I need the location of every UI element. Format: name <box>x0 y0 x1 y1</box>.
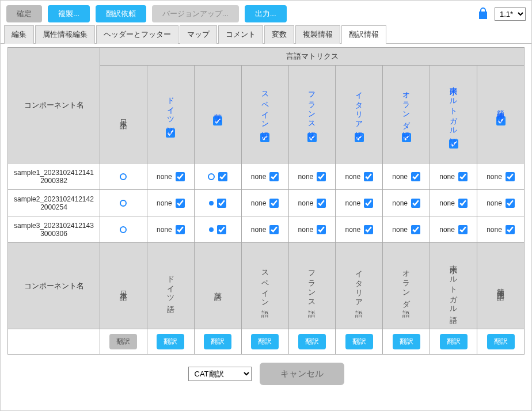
status-none-text: none <box>157 199 172 207</box>
lang-footer-7: 南米ポルトガル語 <box>430 243 477 329</box>
cell-checkbox[interactable] <box>269 225 279 234</box>
tab-1[interactable]: 属性情報編集 <box>35 25 95 44</box>
lang-header-8: 簡体中国語 <box>477 66 525 163</box>
status-none-text: none <box>345 226 360 234</box>
status-open-icon <box>120 200 127 207</box>
translate-column-button-3[interactable]: 翻訳 <box>251 334 279 349</box>
tab-3[interactable]: マップ <box>180 25 217 44</box>
lang-header-checkbox-6[interactable] <box>402 133 411 142</box>
status-none-text: none <box>251 173 267 181</box>
status-none-text: none <box>345 173 360 181</box>
status-none-text: none <box>157 173 172 181</box>
translate-column-button-6[interactable]: 翻訳 <box>393 334 420 349</box>
cell-checkbox[interactable] <box>411 172 420 181</box>
translate-column-button-1[interactable]: 翻訳 <box>157 334 184 349</box>
translate-request-button[interactable]: 翻訳依頼 <box>96 5 146 22</box>
lang-header-checkbox-5[interactable] <box>355 133 364 142</box>
lang-header-checkbox-4[interactable] <box>307 133 317 142</box>
translate-column-button-8[interactable]: 翻訳 <box>487 334 515 349</box>
cell-checkbox[interactable] <box>217 199 226 208</box>
component-name-cell: sample2_20231024121422000254 <box>8 190 100 216</box>
lang-header-1: ドイツ語 <box>147 66 194 163</box>
status-none-text: none <box>298 173 314 181</box>
version-up-button: バージョンアップ... <box>152 5 239 22</box>
matrix-cell: none <box>383 163 430 190</box>
tab-4[interactable]: コメント <box>218 25 263 44</box>
cancel-button[interactable]: キャンセル <box>260 363 344 385</box>
lang-label: フランス語 <box>307 86 317 127</box>
cell-checkbox[interactable] <box>411 225 420 234</box>
lang-footer-0: 日本語 <box>100 243 147 329</box>
lang-header-5: イタリア語 <box>336 66 383 163</box>
cell-checkbox[interactable] <box>364 199 373 208</box>
translation-method-select[interactable]: CAT翻訳 <box>188 367 252 381</box>
cell-checkbox[interactable] <box>317 199 326 208</box>
matrix-cell: none <box>288 216 336 243</box>
matrix-cell: none <box>383 216 430 243</box>
cell-checkbox[interactable] <box>506 172 515 181</box>
lang-header-4: フランス語 <box>288 66 336 163</box>
status-open-icon <box>120 173 127 180</box>
duplicate-button[interactable]: 複製... <box>48 5 90 22</box>
translate-column-button-2[interactable]: 翻訳 <box>204 334 231 349</box>
status-open-icon <box>208 173 215 180</box>
cell-checkbox[interactable] <box>506 199 515 208</box>
cell-checkbox[interactable] <box>458 199 468 208</box>
lang-header-checkbox-3[interactable] <box>260 133 269 142</box>
version-select[interactable]: 1.1* <box>495 7 526 21</box>
lang-header-checkbox-2[interactable] <box>213 116 222 125</box>
cell-checkbox[interactable] <box>217 225 226 234</box>
lang-header-checkbox-8[interactable] <box>496 116 506 125</box>
lang-header-checkbox-1[interactable] <box>166 128 175 138</box>
cell-checkbox[interactable] <box>176 172 185 181</box>
cell-checkbox[interactable] <box>269 172 279 181</box>
cell-checkbox[interactable] <box>411 199 420 208</box>
lang-label: オランダ語 <box>401 86 412 127</box>
confirm-button[interactable]: 確定 <box>6 5 42 22</box>
cell-checkbox[interactable] <box>176 199 185 208</box>
cell-checkbox[interactable] <box>458 172 468 181</box>
status-none-text: none <box>439 199 455 207</box>
lang-label: 英語 <box>212 108 223 110</box>
matrix-cell <box>194 190 241 216</box>
export-button[interactable]: 出力... <box>245 5 287 22</box>
lang-label: スペイン語 <box>260 86 270 127</box>
lang-label: イタリア語 <box>354 86 364 127</box>
cell-checkbox[interactable] <box>364 172 373 181</box>
translate-column-button-0: 翻訳 <box>109 334 137 349</box>
tab-7[interactable]: 翻訳情報 <box>341 25 386 44</box>
component-name-cell: sample1_20231024121412000382 <box>8 163 100 190</box>
tab-6[interactable]: 複製情報 <box>295 25 340 44</box>
translate-column-button-5[interactable]: 翻訳 <box>345 334 373 349</box>
tab-0[interactable]: 編集 <box>4 25 34 44</box>
cell-checkbox[interactable] <box>317 172 326 181</box>
cell-checkbox[interactable] <box>317 225 326 234</box>
status-none-text: none <box>392 226 408 234</box>
cell-checkbox[interactable] <box>364 225 373 234</box>
status-none-text: none <box>487 226 502 234</box>
status-none-text: none <box>439 173 455 181</box>
lang-header-7: 南米ポルトガル語 <box>430 66 477 163</box>
lang-header-6: オランダ語 <box>383 66 430 163</box>
lang-header-0: 日本語 <box>100 66 147 163</box>
matrix-cell: none <box>336 216 383 243</box>
lang-label: 南米ポルトガル語 <box>449 81 459 133</box>
lang-footer-8: 簡体中国語 <box>477 243 525 329</box>
tab-5[interactable]: 変数 <box>264 25 294 44</box>
status-none-text: none <box>345 199 360 207</box>
matrix-cell: none <box>241 216 288 243</box>
cell-checkbox[interactable] <box>458 225 468 234</box>
lang-footer-3: スペイン語 <box>241 243 288 329</box>
tab-2[interactable]: ヘッダーとフッター <box>96 25 178 44</box>
cell-checkbox[interactable] <box>218 172 227 181</box>
cell-checkbox[interactable] <box>506 225 515 234</box>
lang-header-2: 英語 <box>194 66 241 163</box>
translate-column-button-7[interactable]: 翻訳 <box>440 334 468 349</box>
lang-header-checkbox-7[interactable] <box>449 139 458 149</box>
cell-checkbox[interactable] <box>176 225 185 234</box>
status-none-text: none <box>487 173 502 181</box>
translate-column-button-4[interactable]: 翻訳 <box>298 334 326 349</box>
lang-footer-5: イタリア語 <box>336 243 383 329</box>
cell-checkbox[interactable] <box>269 199 279 208</box>
status-none-text: none <box>392 173 408 181</box>
